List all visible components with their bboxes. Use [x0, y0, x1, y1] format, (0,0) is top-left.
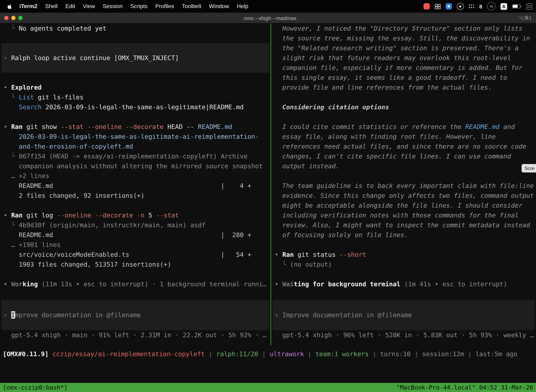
text-segment: git show: [26, 123, 61, 130]
terminal-line: companion file, especially if more comme…: [275, 63, 535, 73]
tmux-status-bar: [omx-cczip0:bash*] "MacBook-Pro-44.local…: [0, 383, 536, 392]
prompt-input-right[interactable]: › Improve documentation in @filename: [273, 300, 535, 330]
menu-item[interactable]: Scripts: [127, 3, 152, 9]
text-segment: Ralph loop active continue [OMX_TMUX_INJ…: [11, 54, 179, 61]
screen-share-popup[interactable]: Scre: [522, 164, 536, 173]
menu-item[interactable]: Shell: [41, 3, 62, 9]
text-segment: ting for background terminal: [294, 280, 400, 288]
tmux-host-time-label: "MacBook-Pro-44.local" 04:52 31-Mar-26: [396, 384, 533, 391]
menu-item[interactable]: Window: [205, 3, 233, 9]
text-segment: |: [205, 350, 216, 358]
terminal-line: • Ran git log --oneline --decorate -n 5 …: [4, 210, 270, 220]
terminal-line: changes, I can't cite specific file line…: [275, 151, 535, 161]
terminal-line: └ 067f154 (HEAD -> essay/ai-reimplementa…: [4, 151, 270, 161]
window-grid-icon[interactable]: [435, 4, 440, 9]
text-segment: 2 files changed, 92 insertions(+): [4, 192, 144, 199]
text-segment: turns:10: [380, 350, 411, 358]
terminal-line: [4, 269, 270, 279]
text-segment: [OMX#0.11.9]: [3, 350, 53, 358]
text-segment: •: [4, 84, 11, 91]
glyph-8-icon[interactable]: 8: [479, 3, 482, 9]
menu-item[interactable]: Edit: [62, 3, 79, 9]
terminal-line: [275, 92, 535, 102]
text-segment: gpt-5.4 xhigh · main · 91% left · 2.31M …: [4, 331, 267, 339]
text-segment: └: [4, 152, 19, 160]
apps-grid-icon[interactable]: [469, 5, 474, 8]
terminal-line: └ List git ls-files: [4, 92, 270, 102]
menu-item[interactable]: View: [79, 3, 99, 9]
terminal-line: README.md | 280 +: [4, 230, 270, 240]
text-segment: team:1 workers: [315, 350, 368, 358]
terminal-line: output instead.: [275, 161, 535, 171]
text-segment: 4b9d30f (origin/main, instructkr/main, m…: [19, 221, 206, 229]
dark-app-icon[interactable]: [457, 3, 464, 10]
input-source-icon[interactable]: A: [500, 3, 507, 10]
text-segment: git ls-files: [34, 93, 84, 101]
text-segment: review. Also, I might want to inspect th…: [275, 221, 530, 229]
left-pane-body: • Explored └ List git ls-files Search 20…: [4, 83, 270, 289]
text-segment: the source tree, missing the essay. Stil…: [275, 34, 530, 42]
close-button[interactable]: [4, 16, 9, 20]
text-segment: ›: [275, 311, 282, 319]
right-pane[interactable]: However, I noticed the "Directory Struct…: [271, 23, 536, 345]
terminal-line: this single essay, it seems like a good …: [275, 73, 535, 83]
menu-items: iTerm2ShellEditViewSessionScriptsProfile…: [15, 3, 252, 9]
blue-app-icon[interactable]: [445, 3, 452, 9]
text-segment: … +1901 lines: [4, 241, 61, 248]
terminal-line: The team guideline is to back every impo…: [275, 181, 535, 191]
menu-item[interactable]: Help: [233, 3, 252, 9]
text-segment: might be acceptable alongside the file l…: [275, 202, 522, 209]
text-segment: |: [304, 350, 315, 358]
text-segment: ultrawork: [270, 350, 304, 358]
text-segment: └: [4, 25, 19, 32]
text-segment: ›: [4, 54, 11, 61]
text-segment: └: [4, 221, 19, 229]
text-segment: 1903 files changed, 513517 insertions(+): [4, 261, 171, 268]
text-segment: 067f154 (HEAD -> essay/ai-reimplementati…: [19, 152, 247, 160]
battery-icon[interactable]: [512, 4, 521, 9]
text-segment: •: [4, 280, 11, 288]
text-segment: |: [411, 350, 422, 358]
terminal-line: references need actual files, and since …: [275, 142, 535, 151]
left-pane[interactable]: └ No agents completed yet › Ralph loop a…: [0, 23, 270, 345]
terminal-line: [275, 269, 535, 279]
text-segment: However, I noticed the "Directory Struct…: [275, 25, 522, 32]
text-segment: README.md: [198, 123, 232, 130]
control-center-icon[interactable]: [526, 3, 532, 9]
screen-recording-indicator[interactable]: [423, 3, 430, 9]
apple-icon: [7, 3, 12, 9]
terminal-line: review. Also, I might want to inspect th…: [275, 220, 535, 230]
prompt-input-right-line[interactable]: › Improve documentation in @filename: [275, 310, 535, 320]
text-segment: references need actual files, and since …: [275, 143, 526, 150]
text-segment: slight risk that future readers may over…: [275, 54, 511, 61]
text-segment: No agents completed yet: [19, 25, 107, 32]
text-segment: and: [500, 123, 515, 130]
menu-item[interactable]: Toolbelt: [178, 3, 205, 9]
menu-item[interactable]: iTerm2: [15, 3, 41, 9]
text-segment: Improve documentation in @filename: [282, 311, 412, 319]
menu-item[interactable]: Profiles: [151, 3, 178, 9]
terminal-line: └ No agents completed yet: [4, 23, 270, 33]
text-segment: gpt-5.4 xhigh · 96% left · 520K in · 5.8…: [275, 331, 534, 339]
apple-menu[interactable]: [0, 3, 15, 9]
prompt-input-left-line[interactable]: › Improve documentation in @filename: [4, 310, 269, 320]
text-segment: Search: [19, 103, 42, 111]
terminal-line: … +2 lines: [4, 171, 270, 181]
text-segment: [4, 103, 19, 111]
zoom-button[interactable]: [18, 16, 23, 20]
minimize-button[interactable]: [11, 16, 15, 20]
battery-gauge-icon[interactable]: .61: [487, 2, 496, 10]
left-pane-intro: └ No agents completed yet: [4, 23, 270, 33]
text-segment: Explored: [11, 84, 42, 91]
menu-item[interactable]: Session: [99, 3, 127, 9]
text-segment: |: [258, 350, 270, 358]
text-segment: README.md | 4 +: [4, 182, 251, 189]
terminal-line: Considering citation options: [275, 102, 535, 112]
terminal-line: README.md | 4 +: [4, 181, 270, 191]
text-segment: 5: [148, 211, 156, 219]
prompt-input-left[interactable]: › Improve documentation in @filename: [1, 300, 269, 330]
text-segment: List: [19, 93, 34, 101]
window-titlebar: omx --xhigh --madmax ⌥⌘1: [0, 13, 536, 23]
text-segment: Ran: [11, 123, 26, 130]
text-segment: |: [464, 350, 475, 358]
